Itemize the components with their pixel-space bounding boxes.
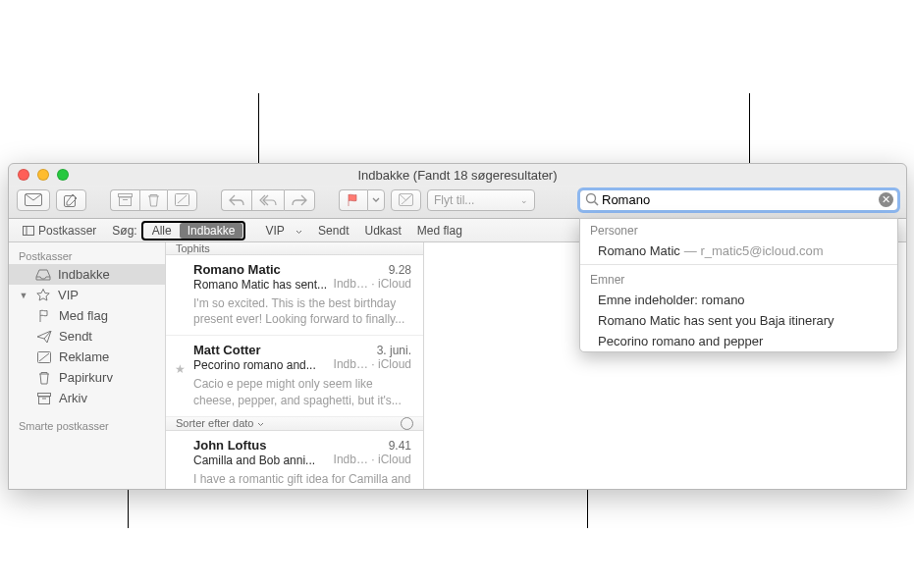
- list-header-tophits: Tophits: [166, 242, 423, 255]
- svg-line-14: [39, 353, 49, 361]
- message-preview: I have a romantic gift idea for Camilla …: [193, 471, 411, 489]
- titlebar: Indbakke (Fandt 18 søgeresultater): [9, 164, 906, 186]
- message-preview: I'm so excited. This is the best birthda…: [193, 295, 411, 327]
- junk-icon: [36, 350, 52, 364]
- svg-point-9: [587, 193, 596, 202]
- scope-inbox[interactable]: Indbakke: [180, 223, 243, 239]
- svg-rect-11: [24, 226, 34, 235]
- message-row[interactable]: John Loftus 9.41 Camilla and Bob anni...…: [166, 431, 423, 489]
- callout-line: [587, 489, 588, 528]
- sidebar-item-junk[interactable]: Reklame: [9, 347, 165, 367]
- suggestion-subject[interactable]: Pecorino romano and pepper: [580, 331, 897, 351]
- reply-button[interactable]: [221, 189, 251, 211]
- message-row[interactable]: Romano Matic 9.28 Romano Matic has sent.…: [166, 255, 423, 336]
- message-location: Indb… · iCloud: [334, 277, 411, 291]
- sidebar-item-flagged[interactable]: Med flag: [9, 305, 165, 326]
- reply-all-button[interactable]: [251, 189, 284, 211]
- suggestion-person-email: — r_matic5@icloud.com: [684, 243, 824, 258]
- chevron-down-icon: [257, 422, 264, 427]
- search-field[interactable]: [579, 189, 898, 211]
- scope-sent[interactable]: Sendt: [310, 223, 356, 239]
- flag-menu-button[interactable]: [367, 189, 385, 211]
- scope-drafts[interactable]: Udkast: [356, 223, 408, 239]
- save-search-icon[interactable]: [401, 417, 413, 430]
- mute-button[interactable]: [391, 189, 421, 211]
- svg-line-6: [178, 195, 187, 203]
- get-mail-button[interactable]: [17, 189, 50, 211]
- sidebar-label: Reklame: [59, 349, 109, 364]
- suggestion-subject[interactable]: Romano Matic has sent you Baja itinerary: [580, 310, 897, 331]
- message-time: 9.28: [389, 263, 411, 277]
- message-list: Tophits Romano Matic 9.28 Romano Matic h…: [166, 242, 424, 489]
- sidebar: Postkasser Indbakke ▼ VIP Med flag Sendt: [9, 242, 166, 489]
- window-controls: [18, 169, 69, 181]
- mail-window: Indbakke (Fandt 18 søgeresultater): [8, 163, 907, 490]
- star-icon: [35, 289, 51, 302]
- move-to-selector[interactable]: Flyt til... ⌄: [427, 189, 535, 211]
- sidebar-item-inbox[interactable]: Indbakke: [9, 264, 165, 285]
- sidebar-label: Indbakke: [58, 267, 110, 282]
- reply-group: [221, 189, 315, 211]
- flag-button[interactable]: [339, 189, 367, 211]
- mailboxes-label: Postkasser: [38, 224, 96, 238]
- scope-flagged[interactable]: Med flag: [409, 223, 470, 239]
- message-location: Indb… · iCloud: [334, 453, 411, 466]
- suggestion-person[interactable]: Romano Matic — r_matic5@icloud.com: [580, 241, 897, 261]
- sort-label: Sorter efter dato: [176, 417, 254, 429]
- suggestion-person-name: Romano Matic: [598, 243, 680, 258]
- scope-vip[interactable]: VIP: [249, 223, 310, 239]
- message-subject: Romano Matic has sent...: [193, 278, 327, 292]
- scope-highlight: Alle Indbakke: [141, 221, 246, 241]
- search-input[interactable]: [602, 192, 876, 207]
- search-icon: [585, 192, 599, 206]
- sidebar-label: Arkiv: [59, 391, 87, 405]
- message-subject: Camilla and Bob anni...: [193, 454, 315, 467]
- svg-rect-2: [119, 194, 133, 197]
- vip-star-icon[interactable]: ★: [175, 362, 186, 376]
- sidebar-label: VIP: [58, 288, 79, 302]
- message-from: John Loftus: [193, 438, 411, 453]
- archive-icon: [36, 392, 52, 405]
- sidebar-item-vip[interactable]: ▼ VIP: [9, 285, 165, 305]
- suggestion-header-people: Personer: [580, 219, 897, 241]
- junk-button[interactable]: [167, 189, 197, 211]
- forward-button[interactable]: [284, 189, 315, 211]
- svg-rect-3: [120, 197, 132, 206]
- search-wrap: ✕: [579, 189, 898, 211]
- message-time: 3. juni.: [377, 344, 411, 357]
- zoom-icon[interactable]: [57, 169, 69, 181]
- list-sort-bar[interactable]: Sorter efter dato: [166, 417, 423, 431]
- sidebar-icon: [23, 226, 34, 236]
- clear-icon[interactable]: ✕: [879, 192, 893, 207]
- message-time: 9.41: [389, 439, 411, 453]
- sidebar-item-trash[interactable]: Papirkurv: [9, 367, 165, 388]
- sent-icon: [36, 330, 52, 344]
- close-icon[interactable]: [18, 169, 29, 181]
- sidebar-header-smart: Smarte postkasser: [9, 416, 165, 434]
- message-subject: Pecorino romano and...: [193, 358, 316, 372]
- svg-rect-15: [38, 393, 51, 396]
- scope-all[interactable]: Alle: [144, 223, 180, 239]
- divider: [580, 264, 897, 265]
- chevron-down-icon: [296, 230, 302, 235]
- message-from: Romano Matic: [193, 262, 411, 277]
- window-title: Indbakke (Fandt 18 søgeresultater): [357, 168, 557, 183]
- sidebar-item-sent[interactable]: Sendt: [9, 326, 165, 347]
- delete-group: [110, 189, 197, 211]
- callout-line: [128, 489, 129, 528]
- inbox-icon: [35, 268, 51, 282]
- sidebar-item-archive[interactable]: Arkiv: [9, 388, 165, 408]
- minimize-icon[interactable]: [37, 169, 49, 181]
- compose-button[interactable]: [56, 189, 86, 211]
- move-to-placeholder: Flyt til...: [434, 193, 474, 207]
- sidebar-label: Sendt: [59, 329, 92, 344]
- message-row[interactable]: ★ Matt Cotter 3. juni. Pecorino romano a…: [166, 336, 423, 416]
- sidebar-label: Med flag: [59, 308, 108, 323]
- archive-button[interactable]: [110, 189, 139, 211]
- mailboxes-toggle[interactable]: Postkasser: [17, 224, 102, 238]
- suggestion-header-subjects: Emner: [580, 268, 897, 290]
- disclosure-icon[interactable]: ▼: [19, 291, 28, 300]
- delete-button[interactable]: [139, 189, 167, 211]
- trash-icon: [36, 371, 52, 385]
- suggestion-subject[interactable]: Emne indeholder: romano: [580, 290, 897, 310]
